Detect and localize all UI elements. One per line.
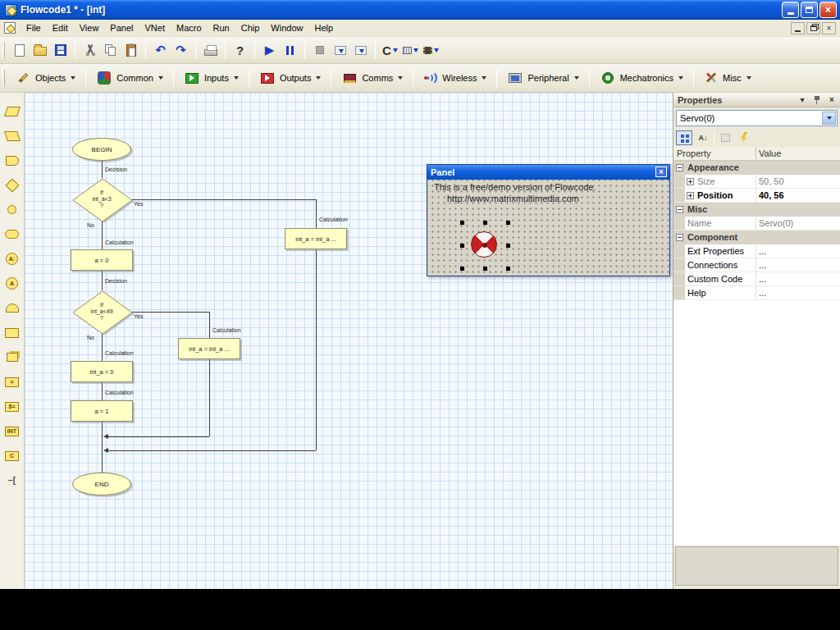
property-row-name[interactable]: Name Servo(0) <box>673 217 840 231</box>
property-category-misc[interactable]: Misc <box>673 203 840 217</box>
selection-handle[interactable] <box>506 244 510 248</box>
toolbar-grip[interactable] <box>2 70 5 86</box>
components-group-common[interactable]: Common <box>90 66 169 89</box>
property-row-help[interactable]: Help ... <box>673 286 840 300</box>
output-tool-button[interactable] <box>3 127 21 144</box>
collapse-icon[interactable] <box>676 206 683 213</box>
components-group-inputs[interactable]: Inputs <box>178 66 244 89</box>
c-code-tool-button[interactable]: C <box>3 447 21 464</box>
components-group-peripheral[interactable]: Peripheral <box>501 66 584 89</box>
property-category-appearance[interactable]: Appearance <box>673 161 840 175</box>
property-value[interactable]: 40, 56 <box>759 190 784 200</box>
stop-button[interactable] <box>309 40 330 61</box>
panel-close-button[interactable]: × <box>655 167 667 177</box>
simulation-tool-button[interactable] <box>3 349 21 366</box>
categorized-view-button[interactable] <box>676 130 692 145</box>
mdi-restore-button[interactable] <box>806 22 820 34</box>
property-value[interactable]: 50, 50 <box>759 176 784 186</box>
components-group-wireless[interactable]: Wireless <box>418 66 492 89</box>
components-group-comms[interactable]: Comms <box>336 66 409 89</box>
string-tool-button[interactable]: $= <box>3 398 21 415</box>
menu-help[interactable]: Help <box>308 21 339 35</box>
expand-icon[interactable] <box>687 192 694 199</box>
copy-button[interactable] <box>100 40 121 61</box>
close-panel-icon[interactable]: × <box>826 94 838 105</box>
decision-tool-button[interactable] <box>3 176 21 194</box>
selection-handle[interactable] <box>483 267 487 271</box>
open-button[interactable] <box>30 40 50 61</box>
comment-tool-button[interactable]: −[ <box>3 472 21 489</box>
property-value[interactable]: Servo(0) <box>759 218 793 228</box>
delay-tool-button[interactable] <box>3 152 21 169</box>
pin-icon[interactable] <box>811 94 823 105</box>
mdi-minimize-button[interactable] <box>791 22 805 34</box>
title-bar[interactable]: Flowcode1 * - [int] × <box>0 0 840 20</box>
print-button[interactable] <box>200 40 221 61</box>
components-group-mechatronics[interactable]: Mechatronics <box>594 66 689 89</box>
component-selector-dropdown-button[interactable] <box>822 112 836 125</box>
macro-tool-button[interactable]: A: <box>3 250 21 267</box>
collapse-icon[interactable] <box>676 234 683 241</box>
property-value[interactable]: ... <box>759 274 766 284</box>
properties-header[interactable]: Properties ▾ × <box>673 93 840 107</box>
property-category-component[interactable]: Component <box>673 231 840 244</box>
component-macro-tool-button[interactable] <box>3 299 21 317</box>
property-row-ext-properties[interactable]: Ext Properties ... <box>673 244 840 258</box>
selection-handle[interactable] <box>506 221 510 225</box>
undo-button[interactable]: ↶ <box>150 40 171 61</box>
components-group-objects[interactable]: Objects <box>9 66 81 89</box>
redo-button[interactable]: ↷ <box>171 40 191 61</box>
mdi-close-button[interactable]: × <box>822 22 836 34</box>
alphabetical-sort-button[interactable]: A↓ <box>695 130 711 145</box>
cut-button[interactable] <box>80 40 100 61</box>
begin-shape[interactable]: BEGIN <box>72 138 131 161</box>
branch1-calculation-shape[interactable]: int_a = int_a ... <box>285 228 347 249</box>
servo-component[interactable] <box>471 231 497 258</box>
input-tool-button[interactable] <box>3 103 21 120</box>
events-button[interactable] <box>736 130 752 145</box>
property-row-position[interactable]: Position 40, 56 <box>673 189 840 203</box>
calculation2-shape[interactable]: int_a = 0 <box>71 361 133 382</box>
call-macro-tool-button[interactable]: A <box>3 275 21 292</box>
component-selector[interactable]: Servo(0) <box>676 110 838 126</box>
property-row-size[interactable]: Size 50, 50 <box>673 175 840 189</box>
save-button[interactable] <box>50 40 71 61</box>
calculation1-shape[interactable]: a = 0 <box>71 249 133 271</box>
menu-edit[interactable]: Edit <box>47 21 74 35</box>
close-button[interactable]: × <box>819 2 837 18</box>
calculation-tool-button[interactable]: = <box>3 373 21 390</box>
menu-window[interactable]: Window <box>265 21 308 35</box>
menu-run[interactable]: Run <box>208 21 235 35</box>
document-icon[interactable] <box>4 22 16 34</box>
property-pages-button[interactable] <box>717 130 733 145</box>
menu-chip[interactable]: Chip <box>235 21 266 35</box>
pause-button[interactable] <box>280 40 300 61</box>
property-row-connections[interactable]: Connections ... <box>673 258 840 272</box>
expand-icon[interactable] <box>687 178 694 185</box>
run-button[interactable]: ▶ <box>259 40 280 61</box>
menu-vnet[interactable]: VNet <box>139 21 171 35</box>
property-value[interactable]: ... <box>759 288 766 298</box>
chevron-down-icon[interactable]: ▾ <box>797 94 808 105</box>
interrupt-tool-button[interactable]: INT <box>3 422 21 440</box>
components-group-outputs[interactable]: Outputs <box>253 66 327 89</box>
compile-c-button[interactable]: C <box>380 40 400 61</box>
maximize-button[interactable] <box>801 2 818 18</box>
compile-asm-button[interactable] <box>400 40 421 61</box>
property-value[interactable]: ... <box>759 246 766 256</box>
property-value[interactable]: ... <box>759 260 766 270</box>
toolbar-grip[interactable] <box>2 42 5 58</box>
branch2-calculation-shape[interactable]: int_a = int_a ... <box>178 338 240 359</box>
paste-button[interactable] <box>121 40 141 61</box>
menu-view[interactable]: View <box>74 21 105 35</box>
selection-handle[interactable] <box>506 267 510 271</box>
calculation3-shape[interactable]: a = 1 <box>71 400 133 422</box>
help-button[interactable]: ? <box>230 40 250 61</box>
program-chip-button[interactable] <box>421 40 441 61</box>
selection-handle[interactable] <box>460 244 464 248</box>
step-into-button[interactable] <box>330 40 350 61</box>
property-row-custom-code[interactable]: Custom Code ... <box>673 272 840 286</box>
menu-macro[interactable]: Macro <box>171 21 208 35</box>
minimize-button[interactable] <box>782 2 799 18</box>
new-button[interactable] <box>9 40 30 61</box>
